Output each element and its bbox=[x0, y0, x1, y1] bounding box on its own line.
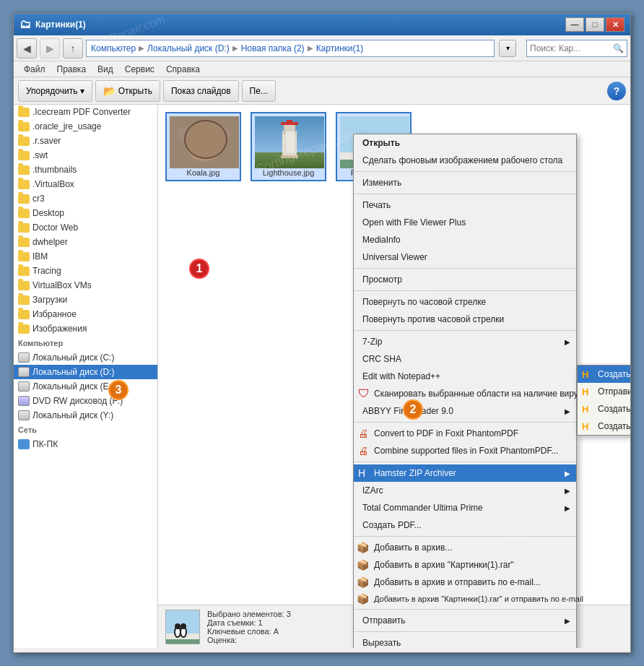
ctx-add-archive[interactable]: 📦 Добавить в архив... bbox=[354, 539, 576, 556]
svg-rect-12 bbox=[282, 131, 297, 155]
sidebar-item-dwhelper[interactable]: dwhelper bbox=[14, 235, 157, 249]
window-title: Картинки(1) bbox=[35, 20, 86, 30]
sidebar-item-thumbnails[interactable]: .thumbnails bbox=[14, 163, 157, 177]
ctx-arrow-send: ▶ bbox=[565, 617, 570, 625]
ctx-sep-7 bbox=[354, 462, 576, 462]
sidebar-item-tracing[interactable]: Tracing bbox=[14, 264, 157, 278]
menu-help[interactable]: Справка bbox=[160, 63, 206, 76]
breadcrumb-computer[interactable]: Компьютер bbox=[91, 43, 136, 53]
ctx-sep-4 bbox=[354, 290, 576, 291]
ctx-sep-1 bbox=[354, 171, 576, 172]
sidebar-item-virtualboxvms[interactable]: VirtualBox VMs bbox=[14, 278, 157, 293]
hamster-create-zip[interactable]: H Создать архив "Картинки(1).zip" bbox=[578, 400, 630, 418]
ctx-crcsha[interactable]: CRC SHA bbox=[354, 350, 576, 368]
sidebar-item-icecream[interactable]: .Icecream PDF Converter bbox=[14, 105, 157, 119]
sidebar-item-virtualbox[interactable]: .VirtualBox bbox=[14, 177, 157, 191]
menu-view[interactable]: Вид bbox=[92, 63, 119, 76]
ctx-send[interactable]: Отправить ▶ bbox=[354, 612, 576, 629]
folder-icon bbox=[18, 151, 30, 160]
sidebar-item-izobrazheniya[interactable]: Изображения bbox=[14, 321, 157, 336]
sidebar-label: .oracle_jre_usage bbox=[32, 121, 101, 131]
ctx-set-wallpaper[interactable]: Сделать фоновым изображением рабочего ст… bbox=[354, 152, 576, 169]
search-box[interactable]: 🔍 bbox=[526, 40, 627, 57]
badge-2: 2 bbox=[403, 399, 423, 420]
sidebar-item-disk-y[interactable]: Локальный диск (Y:) bbox=[14, 408, 157, 423]
sidebar-item-disk-e[interactable]: Локальный диск (E:) bbox=[14, 379, 157, 394]
sidebar-item-rsaver[interactable]: .r.saver bbox=[14, 134, 157, 148]
close-button[interactable]: ✕ bbox=[606, 17, 625, 32]
minimize-button[interactable]: — bbox=[565, 17, 584, 32]
hamster-send-link[interactable]: H Отправить и получить ссылку bbox=[578, 383, 630, 400]
ctx-open[interactable]: Открыть bbox=[354, 134, 576, 152]
file-thumb-koala[interactable]: Koala.jpg bbox=[165, 112, 241, 181]
sidebar-section-network: Сеть bbox=[14, 423, 157, 437]
sidebar-item-dvd[interactable]: DVD RW дисковод (F:) bbox=[14, 394, 157, 408]
hamster-create-7z[interactable]: H Создать архив "Картинки(1).7z" bbox=[578, 418, 630, 435]
ctx-scan-virus[interactable]: 🛡 Сканировать выбранные области на налич… bbox=[354, 385, 576, 402]
ctx-hamster[interactable]: H Hamster ZIP Archiver ▶ bbox=[354, 464, 576, 482]
up-button[interactable]: ↑ bbox=[63, 38, 83, 59]
ctx-fileviewer[interactable]: Open with File Viewer Plus bbox=[354, 214, 576, 231]
title-bar-title: 🗂 Картинки(1) bbox=[19, 18, 565, 31]
ctx-combine-pdf[interactable]: 🖨 Combine supported files in Foxit Phant… bbox=[354, 442, 576, 459]
ctx-abbyy[interactable]: ABBYY FineReader 9.0 ▶ bbox=[354, 402, 576, 420]
ctx-universal[interactable]: Universal Viewer bbox=[354, 248, 576, 266]
sidebar-item-disk-c[interactable]: Локальный диск (C:) bbox=[14, 350, 157, 365]
sidebar-item-izbrannoe[interactable]: Избранное bbox=[14, 307, 157, 321]
ctx-rotate-cw[interactable]: Повернуть по часовой стрелке bbox=[354, 293, 576, 311]
ctx-convert-pdf[interactable]: 🖨 Convert to PDF in Foxit PhantomPDF bbox=[354, 425, 576, 442]
ctx-7zip[interactable]: 7-Zip ▶ bbox=[354, 333, 576, 350]
drive-icon bbox=[18, 396, 30, 406]
ctx-add-archive-email[interactable]: 📦 Добавить в архив и отправить по e-mail… bbox=[354, 574, 576, 591]
sidebar-item-pk-pk[interactable]: ПК-ПК bbox=[14, 437, 157, 451]
organize-button[interactable]: Упорядочить ▾ bbox=[18, 80, 92, 102]
title-bar: 🗂 Картинки(1) — □ ✕ bbox=[14, 14, 630, 35]
ctx-notepad[interactable]: Edit with Notepad++ bbox=[354, 368, 576, 385]
menu-service[interactable]: Сервис bbox=[119, 63, 160, 76]
print-button[interactable]: Пе... bbox=[242, 80, 276, 102]
sidebar-item-doctor-web[interactable]: Doctor Web bbox=[14, 220, 157, 235]
breadcrumb-new-folder[interactable]: Новая папка (2) bbox=[241, 43, 305, 53]
sidebar-label: Изображения bbox=[32, 324, 87, 334]
ctx-cut[interactable]: Вырезать bbox=[354, 634, 576, 648]
sidebar-item-disk-d[interactable]: Локальный диск (D:) bbox=[14, 365, 157, 379]
lighthouse-image bbox=[255, 116, 324, 168]
sidebar-item-cr3[interactable]: cr3 bbox=[14, 191, 157, 206]
sidebar-item-oracle[interactable]: .oracle_jre_usage bbox=[14, 119, 157, 134]
breadcrumb-kartinki[interactable]: Картинки(1) bbox=[316, 43, 364, 53]
slideshow-button[interactable]: Показ слайдов bbox=[163, 80, 239, 102]
sidebar-item-swt[interactable]: .swt bbox=[14, 148, 157, 163]
forward-button[interactable]: ▶ bbox=[40, 38, 60, 59]
sidebar-item-ibm[interactable]: IBM bbox=[14, 249, 157, 264]
ctx-mediainfo[interactable]: MediaInfo bbox=[354, 231, 576, 248]
hamster-create-archive[interactable]: H Создать архив... bbox=[578, 366, 630, 383]
ctx-preview[interactable]: Просмотр bbox=[354, 271, 576, 288]
ctx-add-archive-rar-email[interactable]: 📦 Добавить в архив "Картинки(1).rar" и о… bbox=[354, 591, 576, 607]
ctx-edit[interactable]: Изменить bbox=[354, 174, 576, 191]
ctx-sep-5 bbox=[354, 330, 576, 331]
sidebar-item-zagruzki[interactable]: Загрузки bbox=[14, 293, 157, 307]
sidebar-item-desktop[interactable]: Desktop bbox=[14, 206, 157, 220]
search-input[interactable] bbox=[530, 43, 613, 53]
open-button[interactable]: 📂 Открыть bbox=[95, 80, 160, 102]
breadcrumb-disk-d[interactable]: Локальный диск (D:) bbox=[147, 43, 230, 53]
sidebar-label: .thumbnails bbox=[32, 165, 77, 175]
maximize-button[interactable]: □ bbox=[586, 17, 604, 32]
ctx-total-commander[interactable]: Total Commander Ultima Prime ▶ bbox=[354, 499, 576, 516]
sidebar-label: dwhelper bbox=[32, 237, 68, 247]
menu-edit[interactable]: Правка bbox=[51, 63, 92, 76]
svg-point-44 bbox=[180, 623, 186, 629]
sidebar-label: cr3 bbox=[32, 194, 45, 204]
ctx-izarc[interactable]: IZArc ▶ bbox=[354, 482, 576, 499]
menu-file[interactable]: Файл bbox=[18, 63, 51, 76]
ctx-rotate-ccw[interactable]: Повернуть против часовой стрелки bbox=[354, 311, 576, 328]
file-thumb-lighthouse[interactable]: Lighthouse.jpg bbox=[251, 112, 326, 181]
ctx-print[interactable]: Печать bbox=[354, 196, 576, 214]
ctx-add-archive-rar[interactable]: 📦 Добавить в архив "Картинки(1).rar" bbox=[354, 556, 576, 574]
back-button[interactable]: ◀ bbox=[17, 38, 37, 59]
address-dropdown[interactable]: ▾ bbox=[499, 40, 516, 57]
badge-1: 1 bbox=[189, 259, 209, 279]
address-bar[interactable]: Компьютер ▶ Локальный диск (D:) ▶ Новая … bbox=[86, 40, 495, 57]
ctx-create-pdf[interactable]: Создать PDF... bbox=[354, 516, 576, 534]
help-button[interactable]: ? bbox=[607, 82, 626, 100]
